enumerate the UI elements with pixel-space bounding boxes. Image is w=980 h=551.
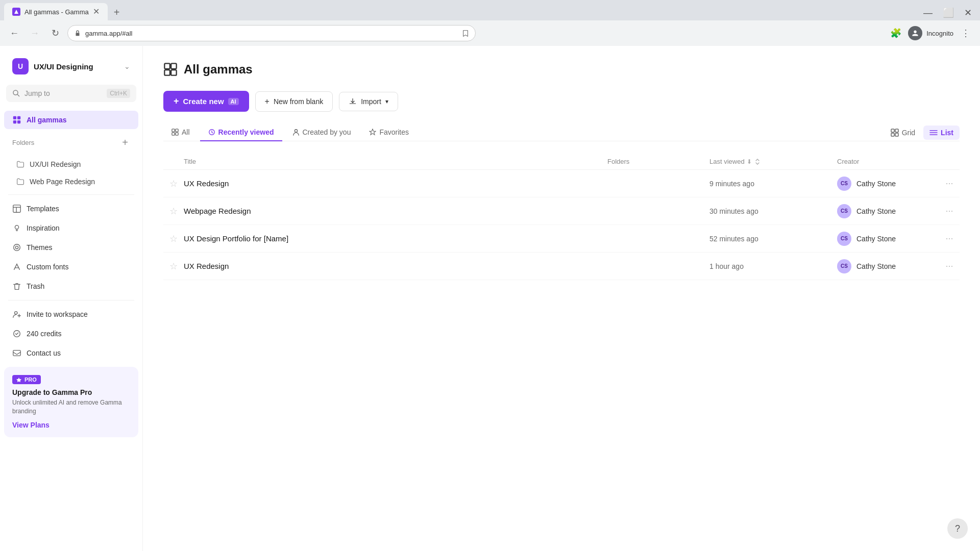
svg-marker-19 bbox=[16, 378, 21, 382]
grid-icon bbox=[12, 115, 21, 124]
menu-button[interactable]: ⋮ bbox=[958, 25, 974, 41]
table-row[interactable]: ☆ UX Design Portfolio for [Name] 52 minu… bbox=[163, 225, 960, 253]
all-icon bbox=[172, 129, 179, 136]
table-row[interactable]: ☆ UX Redesign 1 hour ago CS Cathy Stone … bbox=[163, 253, 960, 280]
sidebar-item-credits[interactable]: 240 credits bbox=[4, 324, 138, 343]
sidebar-item-ux-ui-redesign[interactable]: UX/UI Redesign bbox=[4, 156, 138, 172]
search-icon bbox=[12, 89, 20, 97]
search-bar[interactable]: Jump to Ctrl+K bbox=[6, 85, 136, 102]
page-header: All gammas bbox=[163, 62, 960, 77]
row-title: Webpage Redesign bbox=[184, 207, 607, 215]
back-button[interactable]: ← bbox=[6, 25, 22, 41]
favorites-label: Favorites bbox=[379, 128, 409, 136]
add-folder-button[interactable]: + bbox=[120, 136, 130, 149]
star-button[interactable]: ☆ bbox=[163, 261, 184, 272]
creator-cell: CS Cathy Stone bbox=[837, 259, 939, 273]
creator-name: Cathy Stone bbox=[856, 235, 896, 243]
table-row[interactable]: ☆ Webpage Redesign 30 minutes ago CS Cat… bbox=[163, 197, 960, 225]
svg-line-3 bbox=[17, 94, 19, 96]
view-controls: Grid List bbox=[885, 126, 960, 140]
grid-view-button[interactable]: Grid bbox=[885, 126, 921, 140]
reload-button[interactable]: ↻ bbox=[47, 25, 63, 41]
import-button[interactable]: Import ▾ bbox=[339, 92, 398, 111]
address-bar[interactable]: gamma.app/#all bbox=[67, 25, 476, 41]
creator-cell: CS Cathy Stone bbox=[837, 204, 939, 218]
sidebar-item-all-gammas[interactable]: All gammas bbox=[4, 111, 138, 129]
credits-label: 240 credits bbox=[27, 330, 61, 338]
row-last-viewed: 52 minutes ago bbox=[709, 235, 837, 243]
chevron-down-icon: ⌄ bbox=[124, 62, 130, 70]
minimize-button[interactable]: — bbox=[919, 6, 937, 20]
svg-marker-30 bbox=[370, 129, 376, 135]
trash-icon bbox=[12, 282, 21, 291]
star-icon bbox=[369, 129, 376, 136]
filter-tab-all[interactable]: All bbox=[163, 124, 198, 141]
tab-close-button[interactable]: ✕ bbox=[93, 8, 100, 16]
search-placeholder: Jump to bbox=[24, 89, 103, 97]
more-options-button[interactable]: ··· bbox=[939, 231, 960, 246]
chevron-down-icon: ▾ bbox=[385, 98, 388, 105]
recently-viewed-label: Recently viewed bbox=[218, 128, 274, 136]
star-button[interactable]: ☆ bbox=[163, 206, 184, 217]
browser-tab-active[interactable]: All gammas - Gamma ✕ bbox=[4, 3, 108, 20]
sidebar-item-invite[interactable]: Invite to workspace bbox=[4, 305, 138, 323]
sidebar-item-custom-fonts[interactable]: Custom fonts bbox=[4, 258, 138, 276]
folder-icon bbox=[16, 178, 24, 186]
page-title: All gammas bbox=[184, 62, 253, 77]
help-button[interactable]: ? bbox=[947, 518, 968, 539]
new-from-blank-button[interactable]: + New from blank bbox=[255, 91, 333, 112]
creator-avatar: CS bbox=[837, 204, 851, 218]
extensions-button[interactable]: 🧩 bbox=[888, 25, 904, 41]
more-options-button[interactable]: ··· bbox=[939, 204, 960, 218]
workspace-name: UX/UI Designing bbox=[34, 62, 119, 71]
template-icon bbox=[12, 204, 21, 213]
more-options-button[interactable]: ··· bbox=[939, 259, 960, 273]
list-view-icon bbox=[929, 129, 938, 137]
list-view-button[interactable]: List bbox=[923, 126, 960, 140]
browser-toolbar: ← → ↻ gamma.app/#all 🧩 Incognito ⋮ bbox=[0, 20, 980, 46]
restore-button[interactable]: ⬜ bbox=[939, 5, 958, 20]
sidebar-item-templates[interactable]: Templates bbox=[4, 199, 138, 218]
row-title: UX Redesign bbox=[184, 262, 607, 270]
col-header-title: Title bbox=[184, 158, 607, 165]
incognito-label: Incognito bbox=[926, 30, 953, 37]
inspiration-label: Inspiration bbox=[27, 224, 60, 232]
svg-rect-6 bbox=[13, 120, 16, 123]
trash-label: Trash bbox=[27, 282, 44, 290]
view-plans-button[interactable]: View Plans bbox=[12, 421, 50, 429]
grid-view-icon bbox=[891, 129, 899, 137]
sidebar-item-trash[interactable]: Trash bbox=[4, 277, 138, 295]
star-button[interactable]: ☆ bbox=[163, 233, 184, 244]
table-row[interactable]: ☆ UX Redesign 9 minutes ago CS Cathy Sto… bbox=[163, 170, 960, 197]
svg-rect-21 bbox=[171, 63, 177, 68]
forward-button[interactable]: → bbox=[27, 25, 43, 41]
row-last-viewed: 30 minutes ago bbox=[709, 207, 837, 215]
svg-point-29 bbox=[295, 130, 297, 132]
svg-rect-27 bbox=[176, 133, 178, 135]
sidebar-item-contact[interactable]: Contact us bbox=[4, 344, 138, 362]
sidebar-item-inspiration[interactable]: Inspiration bbox=[4, 219, 138, 237]
col-header-last-viewed[interactable]: Last viewed ⬇ bbox=[709, 158, 837, 165]
filter-tab-recently-viewed[interactable]: Recently viewed bbox=[200, 124, 282, 141]
creator-name: Cathy Stone bbox=[856, 262, 896, 270]
contact-label: Contact us bbox=[27, 349, 61, 357]
col-header-creator: Creator bbox=[837, 158, 939, 165]
lock-icon bbox=[74, 30, 81, 37]
browser-chrome: All gammas - Gamma ✕ + — ⬜ ✕ ← → ↻ gamma… bbox=[0, 0, 980, 46]
sort-toggle-icon bbox=[754, 158, 761, 165]
sidebar-item-themes[interactable]: Themes bbox=[4, 238, 138, 257]
new-tab-button[interactable]: + bbox=[110, 5, 124, 20]
more-options-button[interactable]: ··· bbox=[939, 176, 960, 191]
all-tab-label: All bbox=[182, 128, 190, 136]
filter-tab-created-by-you[interactable]: Created by you bbox=[284, 124, 359, 141]
sidebar-item-web-page-redesign[interactable]: Web Page Redesign bbox=[4, 173, 138, 190]
creator-avatar: CS bbox=[837, 177, 851, 191]
workspace-header[interactable]: U UX/UI Designing ⌄ bbox=[4, 54, 138, 79]
create-new-button[interactable]: + Create new AI bbox=[163, 91, 249, 112]
tab-title: All gammas - Gamma bbox=[24, 8, 89, 16]
close-button[interactable]: ✕ bbox=[960, 5, 976, 20]
filter-tab-favorites[interactable]: Favorites bbox=[361, 124, 417, 141]
creator-name: Cathy Stone bbox=[856, 207, 896, 215]
creator-cell: CS Cathy Stone bbox=[837, 232, 939, 246]
star-button[interactable]: ☆ bbox=[163, 178, 184, 189]
